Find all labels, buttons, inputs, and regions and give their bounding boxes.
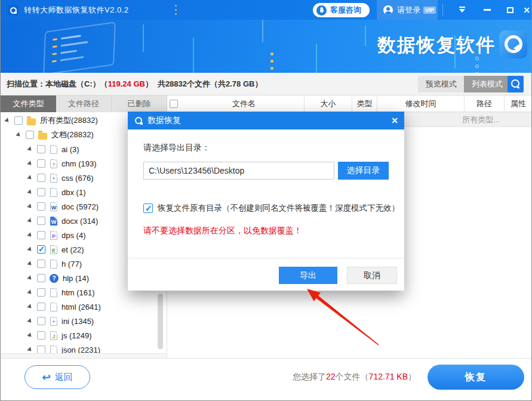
- tree-item-label: 所有类型(28832): [40, 115, 98, 126]
- back-label: 返回: [55, 372, 73, 383]
- cancel-button[interactable]: 取消: [347, 267, 397, 284]
- expander-icon[interactable]: [28, 319, 33, 323]
- tree-item-checkbox[interactable]: [37, 331, 45, 340]
- tree-item-checkbox[interactable]: [37, 288, 45, 297]
- dialog-titlebar: 数据恢复 ✕: [128, 112, 404, 129]
- back-button[interactable]: ↩ 返回: [24, 365, 90, 389]
- expander-icon[interactable]: [28, 247, 33, 252]
- expander-icon[interactable]: [28, 290, 33, 295]
- minimize-button[interactable]: [477, 0, 497, 20]
- app-logo-icon: [8, 5, 19, 16]
- expander-icon[interactable]: [28, 333, 33, 338]
- expander-icon[interactable]: [17, 132, 21, 137]
- expander-icon[interactable]: [28, 276, 33, 280]
- search-button[interactable]: [508, 76, 524, 92]
- expander-icon[interactable]: [28, 304, 33, 309]
- tree-item[interactable]: J js (1249): [1, 328, 167, 343]
- doc-icon: W: [50, 202, 57, 211]
- tab-1[interactable]: 文件类型: [1, 95, 56, 112]
- export-dir-prompt: 请选择导出目录：: [143, 143, 210, 153]
- tree-item-checkbox[interactable]: [26, 131, 34, 139]
- expander-icon[interactable]: [28, 347, 33, 352]
- expander-icon[interactable]: [5, 118, 10, 123]
- tab-2[interactable]: 文件路径: [56, 95, 112, 112]
- dialog-title: 数据恢复: [147, 115, 181, 126]
- table-column-header[interactable]: 修改时间: [377, 95, 465, 112]
- table-column-header[interactable]: 类型: [352, 95, 377, 112]
- list-mode-button[interactable]: 列表模式: [464, 76, 511, 92]
- tree-item-checkbox[interactable]: [37, 245, 45, 254]
- tree-item[interactable]: html (2641): [1, 300, 167, 314]
- tree-item-checkbox[interactable]: [37, 217, 45, 225]
- restore-dir-checkbox[interactable]: [143, 203, 153, 213]
- et-icon: E: [50, 245, 57, 254]
- tree-item-checkbox[interactable]: [37, 159, 45, 168]
- export-button[interactable]: 导出: [279, 267, 337, 284]
- data-recovery-dialog: 数据恢复 ✕ 请选择导出目录： 选择目录 恢复文件原有目录（不创建则同名文件将被…: [128, 112, 404, 291]
- table-column-header[interactable]: 文件名: [184, 95, 305, 112]
- partition-warning-text: 请不要选择数据所在分区，以免数据覆盖！: [143, 226, 302, 236]
- tree-item-checkbox[interactable]: [37, 188, 45, 196]
- login-button[interactable]: 请登录 VIP: [377, 0, 438, 20]
- row-path-text: 所有类型...: [462, 115, 500, 125]
- restore-dir-label: 恢复文件原有目录（不创建则同名文件将被覆盖！深度模式下无效）: [158, 203, 399, 214]
- files-summary: 共28832个文件（共2.78 GB）: [158, 79, 263, 88]
- tab-3[interactable]: 已删除: [112, 95, 167, 112]
- tree-item-checkbox[interactable]: [37, 174, 45, 182]
- select-all-checkbox[interactable]: [170, 100, 178, 108]
- titlebar: 转转大师数据恢复软件V2.0.2 客服咨询 请登录 VIP ✕: [1, 0, 531, 20]
- tree-item-label: htm (161): [61, 288, 95, 297]
- choose-directory-button[interactable]: 选择目录: [338, 162, 389, 180]
- export-path-input[interactable]: [143, 162, 334, 180]
- expander-icon[interactable]: [28, 147, 33, 152]
- tree-item-label: doc (5972): [61, 202, 99, 211]
- tree-item-checkbox[interactable]: [37, 317, 45, 325]
- minimize-to-tray-button[interactable]: [452, 0, 472, 20]
- tree-item-checkbox[interactable]: [37, 145, 45, 153]
- recover-button[interactable]: 恢复: [428, 365, 524, 390]
- user-icon: [383, 5, 393, 15]
- file-icon: [50, 188, 57, 197]
- titlebar-dots-decoration: [175, 5, 177, 17]
- scan-location-text: 扫描位置：本地磁盘（C:）（119.24 GB）共28832个文件（共2.78 …: [7, 79, 262, 90]
- expander-icon[interactable]: [28, 218, 33, 223]
- table-column-header[interactable]: 属性: [505, 95, 532, 112]
- tree-item-checkbox[interactable]: [37, 260, 45, 268]
- titlebar-separator: [442, 4, 443, 16]
- customer-service-button[interactable]: 客服咨询: [313, 3, 370, 17]
- tree-item[interactable]: * ini (1345): [1, 314, 167, 328]
- dialog-close-icon[interactable]: ✕: [391, 116, 398, 125]
- tree-scrollbar-thumb[interactable]: [158, 294, 163, 349]
- content-header: 文件类型文件路径已删除 文件名大小类型修改时间路径属性: [1, 95, 531, 112]
- tree-item-checkbox[interactable]: [37, 346, 45, 354]
- preview-mode-button[interactable]: 预览模式: [418, 76, 465, 92]
- tree-item-label: js (1249): [61, 331, 92, 340]
- expander-icon[interactable]: [28, 190, 33, 195]
- tree-horizontal-scrollbar[interactable]: [1, 353, 167, 358]
- dialog-logo-icon: [134, 116, 143, 125]
- expander-icon[interactable]: [28, 161, 33, 166]
- tree-item-checkbox[interactable]: [37, 231, 45, 239]
- expander-icon[interactable]: [28, 233, 33, 237]
- vip-badge: VIP: [423, 7, 436, 14]
- tree-item-checkbox[interactable]: [37, 303, 45, 311]
- file-icon: [50, 260, 57, 269]
- table-column-header[interactable]: 大小: [305, 95, 352, 112]
- close-icon: ✕: [523, 6, 530, 14]
- expander-icon[interactable]: [28, 261, 33, 266]
- expander-icon[interactable]: [28, 175, 33, 180]
- gear-icon: *: [50, 174, 57, 183]
- tree-item-label: css (676): [61, 174, 93, 183]
- tree-item-checkbox[interactable]: [14, 116, 23, 125]
- app-window: 转转大师数据恢复软件V2.0.2 客服咨询 请登录 VIP ✕ 数据恢复软件 扫…: [0, 0, 532, 401]
- gear-icon: *: [50, 317, 57, 326]
- table-column-header[interactable]: 路径: [465, 95, 505, 112]
- close-button[interactable]: ✕: [516, 0, 532, 20]
- tree-item-checkbox[interactable]: [37, 274, 45, 282]
- tree-item-checkbox[interactable]: [37, 202, 45, 211]
- maximize-icon: [507, 7, 513, 13]
- expander-icon[interactable]: [28, 204, 33, 209]
- selected-count: 22: [326, 372, 336, 381]
- tree-item-label: 文档(28832): [51, 129, 94, 140]
- tree-item-label: chm (193): [61, 159, 97, 168]
